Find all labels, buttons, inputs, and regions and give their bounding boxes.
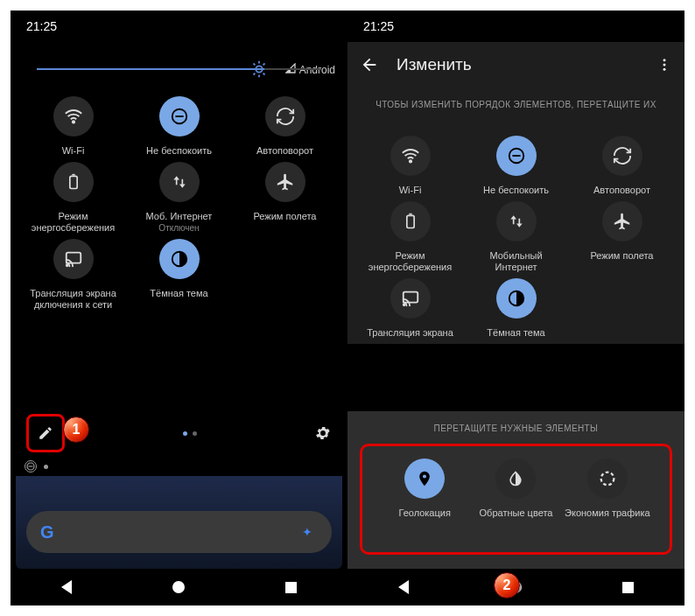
cast-icon [390, 278, 431, 318]
phone-right: 21:25 Изменить ЧТОБЫ ИЗМЕНИТЬ ПОРЯДОК ЭЛ… [348, 10, 684, 606]
tile-rotate[interactable]: Автоповорот [235, 96, 335, 157]
available-highlight: ГеолокацияОбратные цветаЭкономия трафика [360, 444, 672, 555]
brightness-slider[interactable] [11, 42, 348, 79]
tile-dnd[interactable]: Не беспокоить [466, 136, 566, 196]
tile-label: Не беспокоить [146, 145, 212, 157]
nav-recent-button-r[interactable] [622, 582, 634, 593]
location-icon [404, 458, 445, 499]
tile-datasaver[interactable]: Экономия трафика [565, 458, 650, 519]
quick-tiles-grid: Wi-FiНе беспокоитьАвтоповоротРежим энерг… [11, 79, 348, 316]
reorder-hint: ЧТОБЫ ИЗМЕНИТЬ ПОРЯДОК ЭЛЕМЕНТОВ, ПЕРЕТА… [348, 88, 684, 118]
battery-icon [390, 201, 431, 242]
tile-cast[interactable]: Трансляция экрана [360, 278, 460, 339]
nav-home-button[interactable] [172, 581, 185, 593]
tile-label: Обратные цвета [480, 508, 553, 519]
tile-label: Wi-Fi [399, 185, 422, 196]
edit-button[interactable] [31, 418, 60, 448]
available-section: ПЕРЕТАЩИТЕ НУЖНЫЕ ЭЛЕМЕНТЫ ГеолокацияОбр… [348, 411, 684, 569]
tile-dark[interactable]: Тёмная тема [466, 278, 566, 339]
tile-cast[interactable]: Трансляция экрана дключения к сети [23, 239, 123, 311]
tile-airplane[interactable]: Режим полета [572, 201, 672, 273]
edit-header: Изменить [348, 42, 684, 88]
edit-title: Изменить [397, 55, 472, 74]
wifi-icon [390, 136, 431, 176]
tile-rotate[interactable]: Автоповорот [572, 136, 672, 196]
tile-invert[interactable]: Обратные цвета [473, 458, 558, 519]
svg-point-13 [663, 68, 666, 71]
dnd-icon [159, 96, 200, 136]
nav-back-button[interactable] [61, 580, 72, 594]
tile-label: Мобильный Интернет [468, 250, 565, 273]
qs-footer [11, 415, 348, 452]
tile-label: Тёмная тема [150, 288, 207, 299]
phone-left: 21:25 Android Wi-FiНе беспокоитьАвтопово… [11, 10, 348, 606]
battery-icon [53, 162, 94, 202]
svg-point-0 [256, 66, 262, 72]
airplane-icon [602, 201, 642, 242]
screenshot-pair: 21:25 Android Wi-FiНе беспокоитьАвтопово… [11, 10, 684, 606]
tile-wifi[interactable]: Wi-Fi [23, 96, 123, 157]
svg-rect-17 [406, 215, 413, 228]
tile-label: Автоповорот [256, 145, 313, 157]
airplane-icon [265, 162, 305, 202]
tile-dnd[interactable]: Не беспокоить [129, 96, 229, 157]
svg-rect-4 [69, 176, 76, 188]
datasaver-icon [587, 458, 628, 499]
tile-data[interactable]: Моб. ИнтернетОтключен [129, 162, 229, 234]
svg-point-12 [663, 64, 666, 66]
edit-highlight [26, 414, 65, 452]
tile-wifi[interactable]: Wi-Fi [360, 136, 460, 196]
available-tiles-grid: ГеолокацияОбратные цветаЭкономия трафика [366, 452, 666, 538]
tile-location[interactable]: Геолокация [382, 458, 467, 519]
callout-badge-1: 1 [63, 416, 89, 443]
settings-button[interactable] [314, 424, 332, 442]
tile-battery[interactable]: Режим энергосбережения [360, 201, 460, 273]
cast-icon [53, 239, 94, 279]
tile-label: Автоповорот [593, 185, 650, 196]
back-arrow-button[interactable] [360, 55, 379, 74]
dnd-notif-icon [25, 460, 37, 472]
data-icon [159, 162, 200, 202]
tile-label: Трансляция экрана дключения к сети [25, 288, 122, 311]
tile-label: Моб. Интернет [146, 211, 213, 222]
svg-point-22 [600, 472, 614, 486]
google-search-bar[interactable]: G [26, 511, 332, 553]
assistant-icon[interactable] [302, 524, 318, 540]
callout-badge-2: 2 [494, 572, 520, 598]
brightness-thumb-icon[interactable] [249, 60, 269, 79]
dark-icon [159, 239, 200, 279]
svg-rect-6 [66, 253, 81, 263]
status-time: 21:25 [11, 10, 348, 42]
tile-label: Режим полета [590, 250, 653, 262]
tile-airplane[interactable]: Режим полета [235, 162, 335, 234]
invert-icon [495, 458, 536, 499]
tile-data[interactable]: Мобильный Интернет [466, 201, 566, 273]
edit-panel: Изменить ЧТОБЫ ИЗМЕНИТЬ ПОРЯДОК ЭЛЕМЕНТО… [348, 42, 684, 344]
nav-recent-button[interactable] [285, 582, 297, 593]
tile-label: Режим энергосбережения [362, 250, 459, 273]
svg-point-14 [409, 160, 411, 162]
drag-hint: ПЕРЕТАЩИТЕ НУЖНЫЕ ЭЛЕМЕНТЫ [348, 411, 684, 444]
dark-icon [496, 278, 537, 318]
edit-tiles-grid: Wi-FiНе беспокоитьАвтоповоротРежим энерг… [348, 118, 684, 344]
svg-point-20 [403, 304, 404, 305]
nav-bar [11, 569, 348, 606]
notification-icons [25, 460, 48, 472]
tile-label: Режим полета [253, 211, 316, 222]
more-button[interactable] [656, 57, 672, 73]
google-logo-icon: G [40, 522, 54, 542]
notif-dot-icon [44, 465, 48, 469]
tile-label: Тёмная тема [487, 327, 544, 339]
wifi-icon [53, 96, 94, 136]
tile-label: Экономия трафика [565, 508, 650, 519]
tile-sublabel: Отключен [158, 222, 199, 234]
tile-battery[interactable]: Режим энергосбережения [23, 162, 123, 234]
data-icon [496, 201, 537, 242]
tile-label: Геолокация [398, 508, 450, 519]
nav-back-button-r[interactable] [398, 580, 409, 594]
rotate-icon [602, 136, 642, 176]
svg-point-1 [72, 121, 74, 122]
status-time-r: 21:25 [348, 10, 684, 42]
tile-dark[interactable]: Тёмная тема [129, 239, 229, 311]
tile-label: Режим энергосбережения [25, 211, 122, 234]
